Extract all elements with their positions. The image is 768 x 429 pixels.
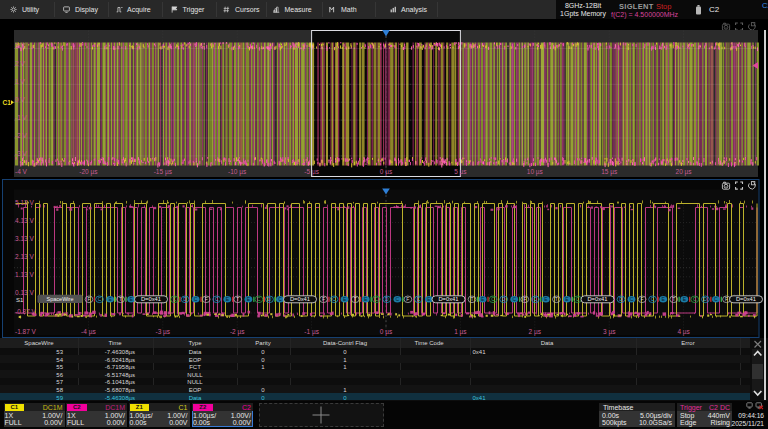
svg-text:-4 V: -4 V (15, 168, 28, 175)
svg-text:4.13 V: 4.13 V (15, 217, 34, 224)
svg-text:F: F (406, 296, 409, 302)
svg-text:D: D (268, 296, 272, 302)
svg-text:2 V: 2 V (15, 60, 25, 67)
svg-text:F: F (725, 296, 728, 302)
svg-text:2 µs: 2 µs (529, 328, 542, 336)
svg-text:D: D (183, 296, 187, 302)
svg-text:1 V: 1 V (15, 78, 25, 85)
svg-text:-1 V: -1 V (15, 114, 28, 121)
svg-text:C1: C1 (3, 99, 12, 106)
svg-text:4 µs: 4 µs (677, 328, 690, 336)
svg-text:F: F (523, 296, 526, 302)
svg-text:D=0x41: D=0x41 (736, 296, 756, 302)
svg-text:F: F (322, 296, 325, 302)
svg-text:C: C (98, 296, 102, 302)
svg-text:5.13 V: 5.13 V (15, 199, 34, 206)
svg-text:1 µs: 1 µs (454, 328, 467, 336)
svg-text:20 µs: 20 µs (676, 168, 693, 176)
svg-text:D: D (385, 296, 389, 302)
svg-text:0 µs: 0 µs (380, 328, 393, 336)
svg-text:D=0x41: D=0x41 (587, 296, 607, 302)
svg-text:-1.87 V: -1.87 V (15, 328, 37, 335)
svg-text:-3 µs: -3 µs (156, 328, 171, 336)
svg-text:1.13 V: 1.13 V (15, 271, 34, 278)
svg-text:C: C (194, 296, 198, 302)
svg-text:C: C (332, 296, 336, 302)
svg-text:C: C (417, 296, 421, 302)
svg-text:D: D (502, 296, 506, 302)
svg-text:0 µs: 0 µs (380, 168, 393, 176)
svg-text:T: T (672, 296, 675, 302)
svg-text:3 V: 3 V (15, 42, 25, 49)
svg-text:-4 µs: -4 µs (81, 328, 96, 336)
svg-text:3.13 V: 3.13 V (15, 235, 34, 242)
svg-text:-2 V: -2 V (15, 132, 28, 139)
svg-text:D: D (619, 296, 623, 302)
svg-text:C: C (278, 296, 282, 302)
svg-text:T: T (119, 296, 122, 302)
svg-text:C: C (257, 296, 261, 302)
svg-text:C: C (533, 296, 537, 302)
svg-text:C: C (630, 296, 634, 302)
svg-text:C: C (173, 296, 177, 302)
svg-text:-3 V: -3 V (15, 150, 28, 157)
svg-text:-5 µs: -5 µs (304, 168, 319, 176)
svg-text:T: T (555, 296, 558, 302)
svg-text:SpaceWire: SpaceWire (47, 296, 74, 302)
svg-text:0.13 V: 0.13 V (15, 289, 34, 296)
svg-text:-10 µs: -10 µs (228, 168, 247, 176)
svg-text:T: T (236, 296, 239, 302)
svg-text:15 µs: 15 µs (601, 168, 618, 176)
svg-text:2.13 V: 2.13 V (15, 253, 34, 260)
svg-text:C: C (215, 296, 219, 302)
svg-text:-20 µs: -20 µs (79, 168, 98, 176)
svg-text:C: C (374, 296, 378, 302)
svg-text:C: C (512, 296, 516, 302)
svg-text:C: C (491, 296, 495, 302)
svg-text:D: D (704, 296, 708, 302)
svg-text:C: C (714, 296, 718, 302)
svg-text:3 µs: 3 µs (603, 328, 616, 336)
svg-text:-15 µs: -15 µs (154, 168, 173, 176)
svg-text:T: T (354, 296, 357, 302)
svg-text:C: C (651, 296, 655, 302)
svg-text:F: F (87, 296, 90, 302)
svg-text:T: T (470, 296, 473, 302)
svg-text:D=0x41: D=0x41 (141, 296, 161, 302)
svg-text:F: F (205, 296, 208, 302)
svg-text:-2 µs: -2 µs (230, 328, 245, 336)
svg-text:0 V: 0 V (15, 96, 25, 103)
svg-text:C: C (576, 296, 580, 302)
svg-text:-1 µs: -1 µs (304, 328, 319, 336)
svg-text:10 µs: 10 µs (527, 168, 544, 176)
svg-text:F: F (641, 296, 644, 302)
svg-text:-0.87 V: -0.87 V (15, 308, 37, 315)
svg-text:S1: S1 (16, 297, 24, 303)
svg-text:C: C (396, 296, 400, 302)
svg-text:5 µs: 5 µs (454, 168, 467, 176)
svg-text:C: C (693, 296, 697, 302)
svg-text:D=0x41: D=0x41 (438, 296, 458, 302)
svg-text:D=0x41: D=0x41 (290, 296, 310, 302)
